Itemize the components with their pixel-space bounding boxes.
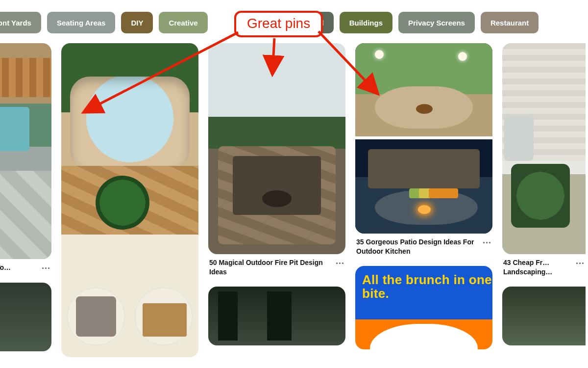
column-4: 43 Cheap Fr… Landscaping… ··· [502, 43, 586, 345]
more-icon[interactable]: ··· [42, 263, 50, 273]
pin-card[interactable]: 35 Gorgeous Patio Design Ideas For Outdo… [355, 43, 492, 256]
more-icon[interactable]: ··· [336, 258, 344, 268]
pin-card[interactable] [208, 287, 345, 345]
category-pill-bar: ront Yards Seating Areas DIY Creative it… [0, 0, 588, 43]
pill-with-pool[interactable]: ith Pool [287, 12, 334, 33]
pin-board: To… ··· [0, 43, 588, 357]
pin-card[interactable]: 50 Magical Outdoor Fire Pit Design Ideas… [208, 43, 345, 277]
pin-title: To… [0, 263, 39, 272]
pin-card[interactable] [61, 43, 198, 357]
column-0: To… ··· [0, 43, 51, 351]
pill-front-yards[interactable]: ront Yards [0, 12, 41, 33]
pin-title: 43 Cheap Fr… Landscaping… [503, 258, 573, 277]
column-1 [61, 43, 198, 357]
column-2: 50 Magical Outdoor Fire Pit Design Ideas… [208, 43, 345, 345]
more-icon[interactable]: ··· [576, 258, 585, 268]
pill-restaurant[interactable]: Restaurant [481, 12, 539, 33]
pin-card[interactable] [0, 283, 51, 351]
column-3: 35 Gorgeous Patio Design Ideas For Outdo… [355, 43, 492, 349]
pin-title: 35 Gorgeous Patio Design Ideas For Outdo… [356, 237, 480, 256]
pill-privacy-screens[interactable]: Privacy Screens [398, 12, 475, 33]
pin-card[interactable]: 43 Cheap Fr… Landscaping… ··· [502, 43, 586, 277]
pin-title: 50 Magical Outdoor Fire Pit Design Ideas [209, 258, 333, 277]
pin-card[interactable]: To… ··· [0, 43, 51, 273]
pill-buildings[interactable]: Buildings [340, 12, 392, 33]
ad-headline: All the brunch in one bite. [362, 273, 492, 301]
pill-diy[interactable]: DIY [121, 12, 153, 33]
pin-card[interactable] [502, 287, 586, 345]
promoted-pin[interactable]: All the brunch in one bite. [355, 266, 492, 349]
more-icon[interactable]: ··· [483, 237, 491, 247]
pill-seating-areas[interactable]: Seating Areas [47, 12, 116, 33]
pill-creative[interactable]: Creative [159, 12, 207, 33]
